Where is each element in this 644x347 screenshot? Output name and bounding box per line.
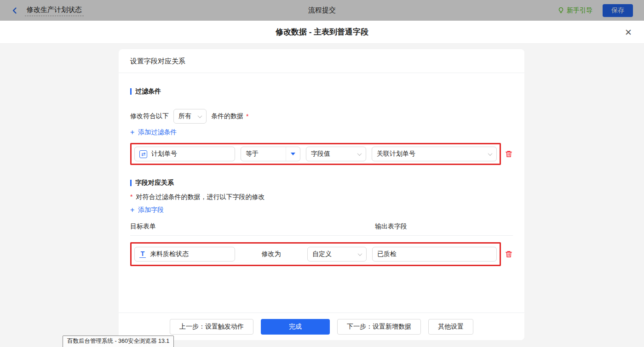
target-field-input[interactable]: T 来料质检状态 <box>134 247 235 262</box>
compare-value-select[interactable]: 关联计划单号 <box>372 147 497 161</box>
modal-header: 修改数据 - 主表到普通字段 ✕ <box>0 21 644 44</box>
modal-title: 修改数据 - 主表到普通字段 <box>276 27 368 37</box>
topbar: 修改生产计划状态 流程提交 新手引导 保存 <box>0 0 644 21</box>
add-field-link[interactable]: + 添加字段 <box>130 206 164 214</box>
filter-condition-row: ⇄ 计划单号 等于 字段值 关联计划单号 <box>130 143 513 165</box>
delete-mapping-icon[interactable] <box>505 250 513 258</box>
card-content: 过滤条件 修改符合以下 所有 条件的数据 * + 添加过滤条件 <box>119 87 524 266</box>
filter-section-title: 过滤条件 <box>130 87 513 96</box>
lightbulb-icon <box>558 7 564 14</box>
section-marker <box>130 180 132 186</box>
screen: 修改生产计划状态 流程提交 新手引导 保存 修改数据 - 主表到普通字段 ✕ 设… <box>0 0 644 347</box>
chevron-down-icon <box>358 251 362 256</box>
save-button[interactable]: 保存 <box>603 4 633 17</box>
match-suffix-label: 条件的数据 <box>211 112 243 120</box>
match-condition-row: 修改符合以下 所有 条件的数据 * <box>130 109 513 124</box>
delete-filter-icon[interactable] <box>505 150 513 158</box>
text-field-icon: T <box>139 250 146 258</box>
required-mark: * <box>246 113 248 120</box>
chevron-down-icon <box>488 151 493 156</box>
filter-field-value: 计划单号 <box>151 150 177 158</box>
operator-value: 等于 <box>246 150 259 158</box>
card-footer: 上一步：设置触发动作 完成 下一步：设置新增数据 其他设置 <box>119 313 524 340</box>
annotation-box-mapping: T 来料质检状态 修改为 自定义 已质检 <box>130 242 501 266</box>
match-type-value: 所有 <box>178 112 191 120</box>
match-prefix-label: 修改符合以下 <box>130 112 169 120</box>
modal-body: 设置字段对应关系 过滤条件 修改符合以下 所有 条件的数据 * <box>0 44 644 347</box>
close-icon[interactable]: ✕ <box>625 28 632 36</box>
prev-step-button[interactable]: 上一步：设置触发动作 <box>170 319 253 335</box>
back-icon[interactable] <box>11 7 18 14</box>
operator-select[interactable]: 等于 <box>241 147 300 161</box>
plus-icon: + <box>130 206 134 214</box>
browser-status-tooltip: 百数后台管理系统 - 360安全浏览器 13.1 <box>63 336 174 347</box>
mapping-description: 对符合过滤条件的数据，进行以下字段的修改 <box>136 193 264 201</box>
next-step-button[interactable]: 下一步：设置新增数据 <box>337 319 421 335</box>
column-target-form: 目标表单 <box>130 222 156 230</box>
topbar-left: 修改生产计划状态 <box>11 5 84 16</box>
caret-down-icon <box>291 153 295 155</box>
serial-number-field-icon: ⇄ <box>139 150 147 158</box>
select-divider <box>286 147 286 161</box>
compare-value: 关联计划单号 <box>377 150 415 158</box>
guide-label: 新手引导 <box>567 6 592 15</box>
column-divider <box>130 235 513 236</box>
field-mapping-row: T 来料质检状态 修改为 自定义 已质检 <box>130 242 513 266</box>
mapping-description-row: * 对符合过滤条件的数据，进行以下字段的修改 <box>130 193 513 201</box>
add-field-label: 添加字段 <box>138 206 164 214</box>
flow-submit-label: 流程提交 <box>308 6 336 15</box>
modify-to-label: 修改为 <box>241 250 302 258</box>
mapping-section-title: 字段对应关系 <box>130 179 513 187</box>
output-value: 已质检 <box>377 250 397 258</box>
output-type-value: 自定义 <box>312 250 332 258</box>
value-type-select[interactable]: 字段值 <box>306 147 366 161</box>
page-title[interactable]: 修改生产计划状态 <box>25 5 84 16</box>
mapping-column-headers: 目标表单 输出表字段 <box>130 222 513 232</box>
card-header-title: 设置字段对应关系 <box>119 49 524 73</box>
value-type-value: 字段值 <box>311 150 330 158</box>
column-output-field: 输出表字段 <box>375 222 407 231</box>
add-filter-label: 添加过滤条件 <box>138 128 177 137</box>
chevron-down-icon <box>198 114 202 118</box>
annotation-box-filter: ⇄ 计划单号 等于 字段值 关联计划单号 <box>130 143 501 165</box>
required-mark: * <box>130 193 132 200</box>
section-marker <box>130 88 132 95</box>
output-value-input[interactable]: 已质检 <box>372 247 497 262</box>
chevron-down-icon <box>357 151 362 156</box>
filter-field-input[interactable]: ⇄ 计划单号 <box>134 147 235 161</box>
done-button[interactable]: 完成 <box>261 319 330 335</box>
add-filter-condition-link[interactable]: + 添加过滤条件 <box>130 128 177 137</box>
plus-icon: + <box>130 129 134 136</box>
topbar-right: 新手引导 保存 <box>558 4 633 17</box>
target-field-value: 来料质检状态 <box>150 250 189 258</box>
settings-card: 设置字段对应关系 过滤条件 修改符合以下 所有 条件的数据 * <box>119 49 524 340</box>
match-type-select[interactable]: 所有 <box>173 109 207 124</box>
beginner-guide-link[interactable]: 新手引导 <box>558 6 592 15</box>
other-settings-button[interactable]: 其他设置 <box>428 319 473 335</box>
output-type-select[interactable]: 自定义 <box>307 247 367 262</box>
